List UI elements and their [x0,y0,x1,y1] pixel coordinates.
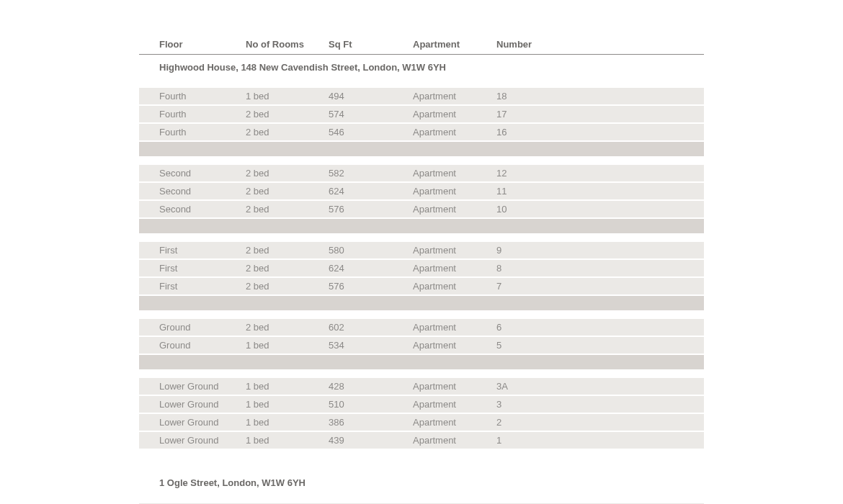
table-row: First2 bed580Apartment9 [139,242,704,258]
table-row: First2 bed576Apartment7 [139,278,704,294]
cell-number: 1 [496,435,684,446]
cell-sqft: 546 [329,127,413,138]
cell-rooms: 1 bed [246,340,329,351]
cell-floor: Lower Ground [159,399,246,410]
cell-sqft: 624 [329,186,413,197]
cell-number: 3A [496,381,684,392]
cell-type: Apartment [413,186,496,197]
cell-sqft: 574 [329,109,413,120]
cell-number: 12 [496,168,684,179]
cell-floor: Lower Ground [159,381,246,392]
cell-rooms: 2 bed [246,322,329,333]
cell-type: Apartment [413,322,496,333]
group-spacer [139,296,704,310]
cell-floor: Second [159,186,246,197]
table-row: Ground1 bed534Apartment5 [139,337,704,354]
cell-sqft: 580 [329,245,413,256]
table-row: Ground2 bed602Apartment6 [139,319,704,336]
cell-rooms: 1 bed [246,399,329,410]
cell-rooms: 1 bed [246,435,329,446]
cell-type: Apartment [413,245,496,256]
group-spacer [139,219,704,233]
column-header-sqft: Sq Ft [329,39,413,50]
cell-type: Apartment [413,109,496,120]
cell-type: Apartment [413,417,496,428]
cell-floor: First [159,281,246,292]
cell-rooms: 1 bed [246,381,329,392]
cell-type: Apartment [413,340,496,351]
table-row: Second2 bed576Apartment10 [139,201,704,217]
group-spacer [139,142,704,156]
cell-floor: Fourth [159,91,246,102]
cell-sqft: 494 [329,91,413,102]
cell-type: Apartment [413,399,496,410]
cell-sqft: 510 [329,399,413,410]
cell-sqft: 582 [329,168,413,179]
table-row: Lower Ground1 bed386Apartment2 [139,414,704,431]
table-row: Fourth2 bed574Apartment17 [139,106,704,122]
cell-rooms: 1 bed [246,417,329,428]
cell-number: 16 [496,127,684,138]
cell-rooms: 2 bed [246,127,329,138]
cell-rooms: 2 bed [246,204,329,215]
cell-floor: Lower Ground [159,417,246,428]
cell-type: Apartment [413,91,496,102]
cell-rooms: 2 bed [246,109,329,120]
cell-sqft: 439 [329,435,413,446]
column-header-number: Number [496,39,684,50]
cell-type: Apartment [413,435,496,446]
section-title: 1 Ogle Street, London, W1W 6YH [139,470,704,495]
table-header: FloorNo of RoomsSq FtApartmentNumber [139,35,704,55]
table-row: Lower Ground1 bed428Apartment3A [139,378,704,395]
cell-sqft: 534 [329,340,413,351]
cell-number: 9 [496,245,684,256]
section-title: Highwood House, 148 New Cavendish Street… [139,55,704,79]
cell-sqft: 576 [329,204,413,215]
cell-rooms: 2 bed [246,281,329,292]
cell-sqft: 428 [329,381,413,392]
cell-sqft: 386 [329,417,413,428]
table-row: Lower Ground1 bed510Apartment3 [139,396,704,413]
cell-number: 3 [496,399,684,410]
cell-type: Apartment [413,168,496,179]
cell-type: Apartment [413,127,496,138]
table-row: Second2 bed624Apartment11 [139,183,704,199]
table-row: First2 bed624Apartment8 [139,260,704,276]
cell-floor: Lower Ground [159,435,246,446]
cell-sqft: 624 [329,263,413,274]
cell-floor: First [159,245,246,256]
cell-number: 18 [496,91,684,102]
cell-number: 6 [496,322,684,333]
column-header-type: Apartment [413,39,496,50]
cell-number: 2 [496,417,684,428]
cell-floor: Fourth [159,127,246,138]
cell-number: 17 [496,109,684,120]
table-row: Fourth1 bed494Apartment18 [139,88,704,104]
cell-number: 8 [496,263,684,274]
table-row: Second2 bed582Apartment12 [139,165,704,181]
cell-number: 10 [496,204,684,215]
group-spacer [139,355,704,369]
cell-number: 5 [496,340,684,351]
cell-floor: Ground [159,322,246,333]
cell-floor: Ground [159,340,246,351]
table-row: Fourth2 bed546Apartment16 [139,124,704,140]
cell-number: 7 [496,281,684,292]
column-header-rooms: No of Rooms [246,39,329,50]
cell-floor: Fourth [159,109,246,120]
cell-number: 11 [496,186,684,197]
cell-sqft: 602 [329,322,413,333]
cell-rooms: 2 bed [246,168,329,179]
cell-rooms: 2 bed [246,245,329,256]
cell-floor: Second [159,204,246,215]
cell-floor: First [159,263,246,274]
cell-type: Apartment [413,263,496,274]
cell-type: Apartment [413,204,496,215]
cell-rooms: 2 bed [246,263,329,274]
column-header-floor: Floor [159,39,246,50]
table-row: Lower Ground1 bed439Apartment1 [139,432,704,449]
cell-type: Apartment [413,281,496,292]
cell-floor: Second [159,168,246,179]
cell-sqft: 576 [329,281,413,292]
cell-rooms: 2 bed [246,186,329,197]
